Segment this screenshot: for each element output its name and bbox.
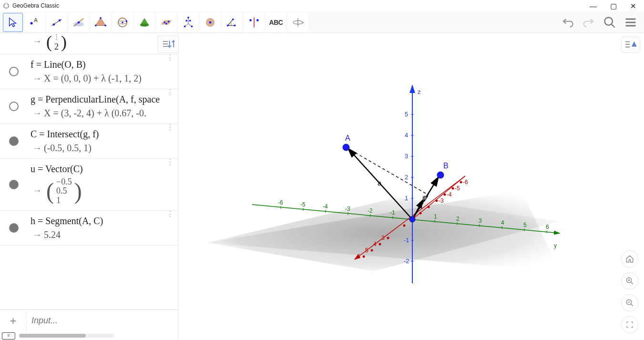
keyboard-icon[interactable]: [2, 332, 15, 340]
svg-text:6: 6: [357, 253, 360, 260]
algebra-item-c[interactable]: ⋮ C = Intersect(g, f) →(-0.5, 0.5, 1): [0, 124, 178, 159]
text-tool[interactable]: ABC: [266, 13, 286, 32]
visibility-toggle[interactable]: [9, 67, 19, 76]
angle-tool[interactable]: [222, 13, 242, 32]
minimize-button[interactable]: —: [590, 2, 597, 10]
algebra-item-f[interactable]: ⋮ f = Line(O, B) →X = (0, 0, 0) + λ (-1,…: [0, 54, 178, 89]
svg-point-42: [249, 19, 252, 21]
origin-point[interactable]: [409, 216, 415, 222]
point-C[interactable]: [423, 196, 427, 200]
algebra-item-partial[interactable]: → ( 12 ): [0, 33, 178, 54]
visibility-toggle[interactable]: [9, 136, 19, 146]
rotate-view-tool[interactable]: [288, 13, 308, 32]
def-text: f = Line(O, B): [31, 59, 175, 70]
visibility-toggle[interactable]: [9, 180, 19, 189]
move-tool[interactable]: [3, 13, 23, 32]
menu-button[interactable]: [622, 14, 639, 31]
svg-text:-4: -4: [323, 203, 328, 210]
svg-text:5: 5: [405, 111, 408, 118]
visibility-toggle[interactable]: [9, 223, 19, 233]
view-options-button[interactable]: [621, 37, 640, 53]
kebab-icon[interactable]: ⋮: [166, 161, 174, 164]
z-axis-label: z: [418, 88, 421, 95]
svg-text:2: 2: [405, 174, 408, 181]
algebra-sort-button[interactable]: [158, 36, 179, 53]
command-input[interactable]: [27, 310, 178, 331]
algebra-item-h[interactable]: ⋮ h = Segment(A, C) →5.24: [0, 211, 178, 246]
svg-point-34: [185, 20, 187, 21]
svg-marker-57: [632, 41, 637, 47]
val-text: 5.24: [44, 229, 61, 240]
zoom-in-button[interactable]: [621, 272, 638, 289]
add-button[interactable]: +: [0, 310, 27, 331]
kebab-icon[interactable]: ⋮: [166, 213, 174, 216]
svg-point-6: [30, 22, 32, 24]
svg-point-25: [164, 21, 165, 23]
algebra-item-g[interactable]: ⋮ g = PerpendicularLine(A, f, space →X =…: [0, 89, 178, 124]
svg-point-31: [187, 17, 189, 19]
point-A[interactable]: [343, 144, 349, 151]
maximize-button[interactable]: ▢: [610, 2, 617, 10]
line-tool[interactable]: [47, 13, 67, 32]
app-title: GeoGebra Classic: [12, 2, 59, 9]
svg-point-39: [234, 25, 236, 27]
svg-text:-5: -5: [300, 201, 306, 208]
sphere-tool[interactable]: [112, 13, 133, 32]
svg-point-103: [452, 187, 454, 190]
svg-point-33: [191, 25, 193, 27]
kebab-icon[interactable]: ⋮: [166, 56, 174, 59]
vec-entry: −0.5: [56, 177, 72, 187]
svg-text:5: 5: [365, 247, 368, 254]
svg-text:1: 1: [434, 213, 437, 220]
net-tool[interactable]: [178, 13, 198, 32]
cone-tool[interactable]: [134, 13, 154, 32]
vec-entry: 1: [56, 196, 72, 206]
close-button[interactable]: ✕: [630, 2, 636, 10]
graphics-3d-view[interactable]: -6 -5 -4 -3 -2 -1 1 2 3 4 5 6 y: [178, 33, 644, 340]
app-logo-icon: [3, 2, 10, 9]
text-tool-label: ABC: [269, 19, 283, 26]
svg-point-3: [6, 8, 7, 9]
svg-point-46: [605, 18, 613, 25]
reflect-tool[interactable]: [244, 13, 264, 32]
svg-point-95: [363, 256, 365, 258]
svg-point-38: [227, 25, 229, 27]
3d-canvas[interactable]: -6 -5 -4 -3 -2 -1 1 2 3 4 5 6 y: [178, 33, 644, 340]
home-button[interactable]: [621, 250, 638, 268]
svg-line-133: [631, 304, 633, 306]
svg-text:-6: -6: [463, 179, 468, 185]
plane-tool[interactable]: [156, 13, 176, 32]
svg-line-47: [612, 24, 615, 28]
undo-button[interactable]: [559, 14, 576, 31]
fullscreen-button[interactable]: [621, 316, 638, 333]
svg-text:-6: -6: [278, 199, 283, 206]
redo-button[interactable]: [580, 14, 597, 31]
svg-point-101: [444, 194, 446, 196]
vec-entry: 0.5: [56, 186, 72, 196]
y-axis-label: y: [554, 242, 557, 249]
svg-point-93: [371, 249, 373, 252]
svg-point-10: [59, 20, 61, 21]
svg-text:1: 1: [405, 195, 408, 202]
def-text: C = Intersect(g, f): [31, 129, 175, 140]
pyramid-tool[interactable]: [91, 13, 111, 32]
svg-text:-3: -3: [345, 206, 350, 212]
kebab-icon[interactable]: ⋮: [166, 91, 174, 94]
svg-text:-1: -1: [404, 237, 409, 244]
svg-text:-3: -3: [439, 197, 444, 204]
vector-entry: 2: [54, 42, 59, 52]
point-A-label: A: [345, 134, 350, 142]
visibility-toggle[interactable]: [9, 102, 19, 111]
horizontal-scrollbar[interactable]: [19, 334, 114, 338]
kebab-icon[interactable]: ⋮: [166, 126, 174, 129]
algebra-item-u[interactable]: ⋮ u = Vector(C) → ( −0.5 0.5 1 ): [0, 159, 178, 211]
zoom-out-button[interactable]: [621, 294, 638, 311]
svg-text:3: 3: [381, 235, 385, 241]
titlebar: GeoGebra Classic — ▢ ✕: [0, 0, 644, 11]
point-tool[interactable]: A: [25, 13, 45, 32]
window-controls: — ▢ ✕: [590, 2, 641, 10]
circle-tool[interactable]: [200, 13, 220, 32]
search-button[interactable]: [601, 14, 618, 31]
perpendicular-tool[interactable]: [69, 13, 89, 32]
point-B[interactable]: [437, 172, 444, 178]
